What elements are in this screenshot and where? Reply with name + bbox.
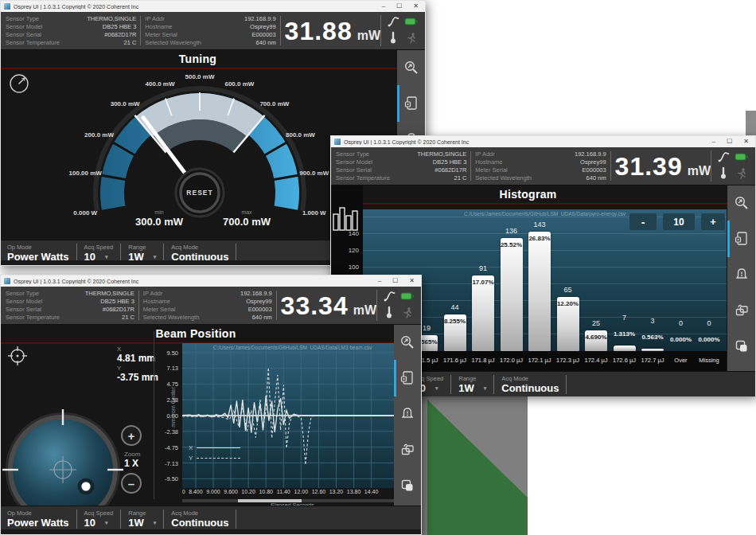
alerts-bell-icon[interactable] [399,406,415,425]
acq-mode-field[interactable]: Acq ModeContinuous [171,244,228,263]
range-field[interactable]: Range1W▾ [128,244,156,263]
beam-y-tick: 2.38 [154,396,178,404]
beam-y-tick: -4.75 [154,444,178,451]
header-divider [280,16,281,45]
maximize-button[interactable]: ☐ [396,3,402,10]
beam-y-tick: 0.00 [154,412,178,420]
histogram-view-icon[interactable] [332,205,360,236]
sensor-label: Selected Wavelength [145,39,201,46]
header-divider [470,151,471,181]
app-icon [4,278,10,284]
zoom-tool-icon[interactable] [403,60,419,79]
zoom-out-button[interactable]: – [121,473,142,494]
sensor-info-left: Sensor TypeTHERMO,SINGLE Sensor ModelDB2… [6,15,136,46]
windows-layout-icon[interactable] [734,338,750,357]
gauge-tick-label: 100.00 mW [69,170,103,177]
title-bar: Osprey UI | 1.0.3.1 Copyright © 2020 Coh… [331,136,755,147]
op-mode-field[interactable]: Op ModePower Watts [7,510,69,529]
running-man-icon [405,32,417,48]
beam-x-axis: 7.8008.4009.0009.60010.2010.8011.4012.00… [182,489,403,498]
sensor-value: 21 C [124,39,137,46]
reset-button[interactable]: RESET [176,169,224,217]
sensor-label: Sensor Serial [6,306,41,313]
windows-layout-icon[interactable] [399,478,415,497]
zoom-in-button[interactable]: + [121,425,142,446]
gauge-max-value: 700.0 mW [223,216,271,228]
export-data-icon[interactable] [399,370,415,389]
alerts-bell-icon[interactable] [734,267,750,286]
bar-divider [76,510,77,529]
beam-position-view-icon[interactable] [7,346,28,369]
legend-y-line [197,458,240,459]
sensor-label: Sensor Model [6,298,42,305]
maximize-button[interactable]: ☐ [392,278,398,284]
minimize-button[interactable]: – [378,278,381,284]
close-button[interactable]: ✕ [743,139,749,145]
histogram-y-tick: 100 [335,264,359,271]
sensor-label: Sensor Temperature [6,314,60,321]
chevron-down-icon: ▾ [154,517,157,529]
header-divider [138,291,139,320]
close-button[interactable]: ✕ [409,278,415,284]
zoom-tool-icon[interactable] [734,195,750,214]
thermometer-icon [383,306,396,322]
sensor-value: #0682D17R [104,31,136,38]
trigger-icon [387,15,399,31]
power-unit: mW [357,29,380,43]
sensor-value: #0682D17R [435,166,466,174]
histogram-bar-count: 65 [551,286,586,294]
beam-position-chart [182,343,403,488]
sensor-label: Meter Serial [145,31,177,38]
view-title: Beam Position [1,327,391,340]
sensor-label: IP Addr [145,15,164,22]
sensor-label: Meter Serial [143,306,175,313]
bar-divider [163,510,164,529]
sensor-label: Hostname [145,23,172,30]
chevron-down-icon: ▾ [435,382,438,394]
export-data-icon[interactable] [734,231,750,250]
sensor-value: E000003 [583,166,606,174]
close-button[interactable]: ✕ [413,3,419,10]
gauge-tick-label: 500.0 mW [185,73,215,80]
beam-y-tick: 7.13 [154,365,178,372]
beam-y-tick: -2.38 [154,428,178,435]
copy-views-icon[interactable] [399,442,415,461]
range-field[interactable]: Range1W▾ [128,510,156,529]
range-field[interactable]: Range1W▾ [458,375,486,394]
sensor-value: 192.168.9.9 [244,15,276,22]
export-data-icon[interactable] [403,96,419,115]
bins-decrease-button[interactable]: - [629,213,657,230]
trigger-icon [717,150,730,166]
sensor-info-left: Sensor TypeTHERMO,SINGLE Sensor ModelDB2… [6,290,134,321]
running-man-icon [401,307,413,322]
window-title: Osprey UI | 1.0.3.1 Copyright © 2020 Coh… [14,4,382,10]
minimize-button[interactable]: – [712,139,715,145]
histogram-bar-percent: 8.255% [438,318,473,325]
view-sidebar [727,185,755,371]
chevron-down-icon: ▾ [484,382,487,394]
sensor-value: 21 C [122,314,134,321]
gauge-tick-label: 600.0 mW [224,80,254,88]
sensor-label: Hostname [475,158,502,166]
power-reading: 33.34 mW [281,291,376,321]
sensor-label: Sensor Type [6,290,39,297]
zoom-label: Zoom [124,451,140,458]
sensor-value: 640 nm [586,174,606,182]
zoom-tool-icon[interactable] [399,334,415,353]
bins-increase-button[interactable]: + [701,213,725,230]
copy-views-icon[interactable] [734,303,750,322]
acq-speed-field[interactable]: Acq Speed10▾ [84,510,114,529]
op-mode-field[interactable]: Op ModePower Watts [7,244,69,263]
acq-speed-field[interactable]: Acq Speed10▾ [84,244,114,263]
sensor-value: 192.168.9.9 [240,290,272,297]
histogram-bar-percent: 26.83% [522,235,557,242]
bar-divider [450,375,451,394]
acq-mode-field[interactable]: Acq ModeContinuous [171,510,228,529]
sensor-label: Hostname [143,298,170,305]
zoom-value: 1 X [124,458,138,469]
maximize-button[interactable]: ☐ [727,139,732,145]
acq-mode-field[interactable]: Acq ModeContinuous [501,375,559,394]
minimize-button[interactable]: – [382,3,385,10]
window-title: Osprey UI | 1.0.3.1 Copyright © 2020 Coh… [344,139,712,145]
chevron-down-icon: ▾ [105,517,108,529]
